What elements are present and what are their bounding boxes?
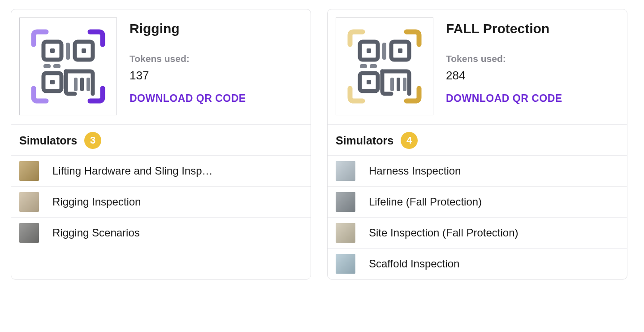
- simulator-name: Rigging Scenarios: [52, 227, 140, 239]
- svg-rect-7: [43, 64, 51, 68]
- simulator-thumbnail: [19, 161, 39, 181]
- qr-code-icon: [19, 17, 117, 115]
- card-title: Rigging: [130, 21, 246, 36]
- qr-code-icon: [336, 17, 433, 115]
- svg-rect-21: [390, 78, 394, 91]
- tokens-used-label: Tokens used:: [446, 53, 562, 64]
- simulator-thumbnail: [336, 254, 355, 274]
- simulator-row[interactable]: Lifting Hardware and Sling Insp…: [11, 155, 311, 186]
- svg-rect-20: [370, 64, 377, 68]
- simulator-row[interactable]: Harness Inspection: [328, 155, 627, 186]
- svg-rect-1: [50, 48, 55, 53]
- svg-rect-8: [53, 64, 61, 68]
- card-title: FALL Protection: [446, 21, 562, 36]
- svg-rect-23: [403, 78, 406, 91]
- simulators-header: Simulators4: [328, 125, 627, 155]
- simulator-count-badge: 4: [401, 132, 418, 149]
- simulator-name: Lifting Hardware and Sling Insp…: [52, 165, 213, 177]
- simulator-row[interactable]: Rigging Scenarios: [11, 217, 311, 248]
- svg-rect-11: [86, 78, 90, 91]
- training-card: FALL ProtectionTokens used:284DOWNLOAD Q…: [327, 9, 627, 280]
- simulator-name: Scaffold Inspection: [369, 258, 459, 270]
- simulators-header: Simulators3: [11, 125, 311, 155]
- simulator-thumbnail: [19, 223, 39, 243]
- simulator-row[interactable]: Scaffold Inspection: [328, 248, 627, 279]
- svg-rect-5: [50, 80, 55, 84]
- tokens-used-value: 284: [446, 69, 562, 83]
- simulator-thumbnail: [336, 192, 355, 212]
- download-qr-button[interactable]: DOWNLOAD QR CODE: [130, 92, 246, 105]
- svg-rect-10: [80, 78, 84, 91]
- svg-rect-6: [66, 43, 70, 60]
- simulator-thumbnail: [19, 192, 39, 212]
- simulator-row[interactable]: Rigging Inspection: [11, 186, 311, 217]
- simulator-thumbnail: [336, 161, 355, 181]
- svg-rect-3: [82, 48, 86, 53]
- card-header-info: FALL ProtectionTokens used:284DOWNLOAD Q…: [446, 17, 562, 115]
- svg-rect-22: [397, 78, 400, 91]
- simulator-name: Lifeline (Fall Protection): [369, 196, 482, 208]
- card-header-info: RiggingTokens used:137DOWNLOAD QR CODE: [130, 17, 246, 115]
- simulator-name: Rigging Inspection: [52, 196, 141, 208]
- simulator-name: Harness Inspection: [369, 165, 461, 177]
- simulators-label: Simulators: [19, 134, 77, 147]
- svg-rect-13: [367, 48, 371, 53]
- download-qr-button[interactable]: DOWNLOAD QR CODE: [446, 92, 562, 105]
- card-header: RiggingTokens used:137DOWNLOAD QR CODE: [11, 9, 311, 125]
- simulator-row[interactable]: Lifeline (Fall Protection): [328, 186, 627, 217]
- svg-rect-18: [382, 43, 386, 60]
- svg-rect-15: [398, 48, 402, 53]
- tokens-used-value: 137: [130, 69, 246, 83]
- svg-rect-9: [74, 78, 78, 91]
- simulator-list: Harness InspectionLifeline (Fall Protect…: [328, 155, 627, 279]
- card-header: FALL ProtectionTokens used:284DOWNLOAD Q…: [328, 9, 627, 125]
- tokens-used-label: Tokens used:: [130, 53, 246, 64]
- simulator-name: Site Inspection (Fall Protection): [369, 227, 518, 239]
- training-card: RiggingTokens used:137DOWNLOAD QR CODESi…: [11, 9, 311, 280]
- simulator-count-badge: 3: [84, 132, 101, 149]
- svg-rect-17: [367, 80, 371, 84]
- svg-rect-19: [360, 64, 367, 68]
- simulators-label: Simulators: [336, 134, 393, 147]
- simulator-thumbnail: [336, 223, 355, 243]
- simulator-row[interactable]: Site Inspection (Fall Protection): [328, 217, 627, 248]
- simulator-list: Lifting Hardware and Sling Insp…Rigging …: [11, 155, 311, 248]
